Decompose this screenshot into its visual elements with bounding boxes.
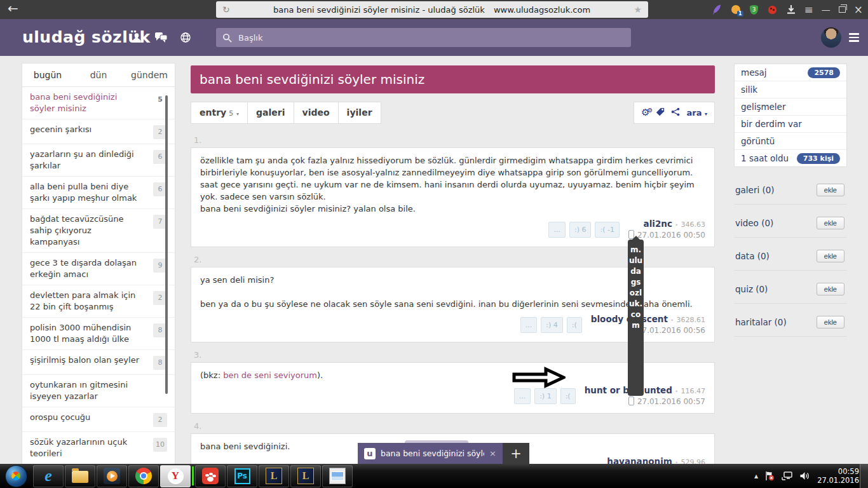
topic-item[interactable]: şişirilmiş balon olan şeyler8 [22,350,175,375]
online-count-badge: 733 kişi [797,153,840,164]
search-box [216,28,631,47]
hidden-icons-arrow[interactable]: ▲ [754,473,758,479]
mobile-icon[interactable] [628,396,634,405]
tab-dun[interactable]: dün [73,64,124,86]
topic-item[interactable]: polisin 3000 mühendisin 1000 tl maaş ald… [22,318,175,350]
close-button[interactable]: × [854,3,863,16]
taskbar-internet-explorer[interactable]: e [33,465,64,487]
address-bar[interactable]: ↻ bana beni sevdiğinizi söyler misiniz -… [216,1,648,18]
menu-gelismeler[interactable]: gelişmeler [735,98,846,116]
author-points: 116.47 [681,387,706,395]
profile-icon[interactable] [131,32,142,46]
section-quiz: quiz (0)ekle [734,279,847,304]
show-desktop-button[interactable] [860,464,868,488]
topic-item[interactable]: devletten para almak için 22 bin çift bo… [22,285,175,318]
tag-icon[interactable] [656,107,665,119]
messages-icon[interactable] [154,32,168,46]
taskbar-media-player[interactable] [97,465,127,487]
taskbar-chrome[interactable] [128,465,159,487]
search-input[interactable] [237,32,625,43]
ekle-video-button[interactable]: ekle [817,217,844,229]
share-icon[interactable] [671,107,680,119]
network-icon[interactable] [782,471,792,480]
url-text: www.uludagsozluk.com [494,5,590,15]
rating-down-button[interactable]: :( [567,317,582,333]
section-haritalar: haritalar (0)ekle [734,312,847,337]
tab-entry[interactable]: entry5 ▾ [191,102,248,123]
topic-item[interactable]: orospu çocuğu2 [22,407,175,432]
topics-sidebar: bugün dün gündem bana beni sevdiğinizi s… [22,64,175,464]
reload-icon[interactable]: ↻ [222,4,230,15]
rating-down-button[interactable]: :( -1 [595,222,619,238]
volume-icon[interactable] [799,471,810,480]
rating-up-button[interactable]: :) 4 [541,317,563,333]
extension-bug-icon[interactable] [768,4,778,15]
tab-gundem[interactable]: gündem [124,64,175,86]
topic-item[interactable]: oytunkaran ın gitmesini isyeyen yazarlar [22,375,175,407]
sidebar-scrollbar[interactable] [165,95,168,394]
browser-tab[interactable]: u bana beni sevdiğinizi söyler ... × [358,443,503,464]
topic-item[interactable]: sözük yazarlarının uçuk teorileri10 [22,432,175,464]
ara-dropdown[interactable]: ara ▾ [686,108,707,118]
topic-item[interactable]: yazarların şu an dinlediği şarkılar6 [22,144,175,177]
tab-bugun[interactable]: bugün [22,64,73,86]
menu-bir-derdim-var[interactable]: bir derdim var [735,116,846,133]
chevron-down-icon: ▾ [236,111,239,117]
ekle-haritalar-button[interactable]: ekle [817,316,844,329]
taskbar-league-of-legends[interactable]: L [259,465,289,487]
entry-number: 1. [194,135,715,145]
menu-1-saat-oldu[interactable]: 1 saat oldu733 kişi [735,150,846,166]
rating-up-button[interactable]: :) 6 [569,222,592,238]
rating-more-button[interactable]: ... [548,222,566,238]
ekle-data-button[interactable]: ekle [817,250,844,262]
topic-item[interactable]: alla beni pulla beni diye şarkı yapıp me… [22,177,175,209]
rating-more-button[interactable]: ... [520,317,538,333]
taskbar-file-explorer[interactable] [65,465,95,487]
section-galeri: galeri (0)ekle [734,180,847,205]
bookmark-star-icon[interactable]: ★ [634,4,642,15]
taskbar-red-paw-app[interactable] [195,465,226,487]
back-button[interactable]: ← [8,1,18,16]
header-menu-icon[interactable] [849,33,859,44]
entry-date: 27.01.2016 00:50 [637,231,705,240]
topic-count: 2 [153,413,167,427]
tab-close-icon[interactable]: × [489,449,496,458]
clock[interactable]: 00:5927.01.2016 [817,467,859,485]
action-center-flag-icon[interactable] [765,471,775,481]
extension-shield-icon[interactable]: 3 [749,4,759,15]
new-tab-button[interactable]: + [503,443,529,464]
tab-galeri[interactable]: galeri [248,102,294,123]
menu-goruntu[interactable]: görüntü [735,133,846,150]
tab-video[interactable]: video [294,102,339,123]
bkz-link[interactable]: ben de seni seviyorum [223,370,317,380]
avatar[interactable] [821,27,841,48]
section-video: video (0)ekle [734,213,847,238]
settings-gears-icon[interactable]: ⚙⚙ [641,108,649,118]
download-icon[interactable] [786,4,796,15]
ekle-galeri-button[interactable]: ekle [817,184,844,196]
menu-silik[interactable]: silik [735,81,846,98]
ekle-quiz-button[interactable]: ekle [817,283,844,295]
author-link[interactable]: ali2nc [644,219,672,229]
extension-feather-icon[interactable] [712,4,722,15]
topic-item[interactable]: bağdat tecavüzcüsüne sahip çıkıyoruz kam… [22,209,175,253]
globe-icon[interactable] [180,32,191,46]
topic-item[interactable]: bana beni sevdiğinizi söyler misiniz5 [22,87,175,119]
menu-mesaj[interactable]: mesaj2578 [735,64,846,81]
entry-text: özellikle tam şu anda çok fazla yalnız h… [200,154,705,203]
tab-iyiler[interactable]: iyiler [339,102,381,123]
topic-item[interactable]: gecenin şarkısı2 [22,119,175,144]
browser-menu-button[interactable]: ≡ [804,3,813,16]
taskbar-image-viewer[interactable] [322,465,353,487]
extension-moon-icon[interactable]: 1 [731,4,741,15]
section-data: data (0)ekle [734,246,847,271]
taskbar-yandex-browser[interactable]: Y [160,465,191,487]
restore-button[interactable] [839,4,846,15]
taskbar-league-of-legends-2[interactable]: L [290,465,321,487]
topic-item[interactable]: gece 3 te dışarda dolaşan erkeğin amacı9 [22,253,175,285]
minimize-button[interactable]: — [822,4,831,15]
author-link[interactable]: havananonim [607,456,672,464]
taskbar-photoshop[interactable]: Ps [227,465,257,487]
start-button[interactable] [5,465,27,487]
yandex-browser-icon: Y [168,468,184,484]
